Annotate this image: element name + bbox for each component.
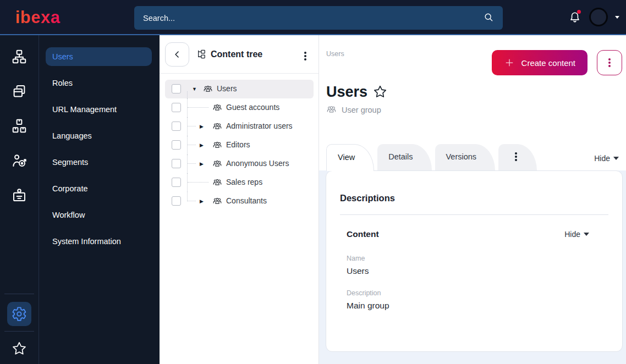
avatar[interactable] [589, 8, 608, 26]
tree-row[interactable]: ▼ Users [165, 80, 314, 98]
tree-row-checkbox[interactable] [172, 122, 181, 131]
tab[interactable]: Details [377, 144, 431, 170]
search-icon[interactable] [483, 12, 494, 25]
products-icon[interactable] [11, 118, 28, 134]
content-tree-icon [196, 49, 206, 59]
user-group-icon [203, 84, 213, 94]
badge-icon[interactable] [11, 187, 28, 203]
user-group-icon [326, 104, 337, 115]
sidebar-item-label: Segments [52, 158, 88, 167]
pages-icon[interactable] [11, 83, 28, 100]
content-tree-header: Content tree [160, 35, 319, 74]
sidebar-item[interactable]: Roles [46, 74, 152, 92]
tab-label: Details [388, 152, 413, 161]
tree-row[interactable]: Sales reps [165, 173, 314, 192]
content-structure-icon[interactable] [11, 48, 28, 65]
tree-row[interactable]: ▶ Editors [165, 136, 314, 155]
user-group-icon [212, 159, 222, 169]
create-content-button[interactable]: Create content [492, 50, 587, 75]
tree-expand-caret[interactable]: ▶ [200, 198, 204, 205]
top-bar: ibexa [0, 0, 626, 35]
main-header: Users Create content Users User group [319, 35, 626, 142]
user-group-icon [212, 196, 222, 206]
caret-down-icon [613, 157, 619, 160]
tree-connector-line [188, 182, 208, 183]
hide-tabs-toggle[interactable]: Hide [594, 154, 619, 170]
kebab-menu-icon [608, 62, 611, 64]
user-group-icon [212, 122, 222, 131]
tree-connector-line [188, 126, 196, 126]
field-value: Users [347, 266, 589, 276]
sidebar-item[interactable]: Users [46, 47, 152, 66]
main-content: Users Create content Users User group [319, 35, 626, 364]
sidebar-item[interactable]: Workflow [46, 206, 152, 224]
tree-row[interactable]: Guest accounts [165, 98, 314, 117]
admin-sidebar: Users Roles URL Management Languages Seg… [39, 35, 160, 364]
tree-row-checkbox[interactable] [172, 103, 181, 112]
title-row: Users [326, 84, 626, 100]
tree-connector-line [187, 91, 188, 98]
tree-row[interactable]: ▶ Anonymous Users [165, 155, 314, 173]
tree-kebab-menu-icon[interactable] [301, 46, 310, 63]
rail-bottom-section [0, 294, 39, 364]
user-group-icon [212, 103, 222, 113]
collapse-tree-button[interactable] [165, 42, 189, 67]
tree-connector-line [188, 145, 196, 145]
admin-gear-icon[interactable] [7, 302, 31, 326]
field-value: Main group [347, 301, 589, 311]
content-section: Content Hide Name Users [340, 215, 608, 311]
hide-content-toggle[interactable]: Hide [564, 230, 589, 239]
bookmarks-star-icon[interactable] [12, 341, 27, 356]
tree-connector-line [188, 201, 196, 201]
content-type-row: User group [326, 104, 626, 115]
sidebar-item[interactable]: Languages [46, 126, 152, 145]
tab[interactable]: Versions [435, 144, 496, 170]
tree-expand-caret[interactable]: ▶ [200, 161, 204, 167]
tree-row[interactable]: ▶ Administrator users [165, 117, 314, 136]
tree-row-label[interactable]: Guest accounts [226, 103, 279, 112]
tree-row-checkbox[interactable] [172, 84, 181, 93]
tree-row-label[interactable]: Consultants [226, 196, 267, 205]
tree-row-checkbox[interactable] [172, 159, 181, 168]
notification-dot [577, 10, 581, 14]
sidebar-item-label: Users [52, 52, 73, 61]
tree-row-label[interactable]: Sales reps [226, 178, 262, 186]
sidebar-item-label: System Information [52, 237, 121, 246]
plus-icon [504, 57, 515, 68]
more-actions-button[interactable] [597, 50, 622, 75]
sidebar-item-label: Languages [52, 131, 92, 140]
tree-row-label[interactable]: Users [217, 84, 237, 93]
tab[interactable]: View [326, 144, 374, 171]
tree-row-label[interactable]: Administrator users [226, 122, 293, 130]
favorite-star-icon[interactable] [373, 85, 387, 99]
tab[interactable] [498, 144, 537, 170]
global-search[interactable] [134, 6, 503, 30]
tree-row-label[interactable]: Editors [226, 140, 250, 149]
sidebar-item[interactable]: System Information [46, 232, 152, 251]
search-input[interactable] [143, 14, 483, 23]
tree-expand-caret[interactable]: ▶ [200, 123, 204, 130]
topbar-right-cluster [568, 0, 619, 34]
view-tab-card: Descriptions Content Hide N [326, 170, 623, 352]
sidebar-item[interactable]: Segments [46, 153, 152, 172]
tree-row[interactable]: ▶ Consultants [165, 192, 314, 211]
sidebar-item-label: Corporate [52, 184, 87, 193]
sidebar-item-label: URL Management [52, 105, 117, 114]
customers-icon[interactable] [11, 152, 28, 169]
sidebar-item[interactable]: URL Management [46, 100, 152, 119]
header-actions: Create content [492, 50, 622, 75]
tab-kebab-menu-icon [515, 156, 517, 158]
tree-row-checkbox[interactable] [172, 178, 181, 187]
tree-row-checkbox[interactable] [172, 140, 181, 150]
sidebar-item[interactable]: Corporate [46, 179, 152, 198]
content-tree-rows: ▼ Users Guest accounts [160, 74, 319, 211]
tree-row-checkbox[interactable] [172, 196, 181, 206]
tree-connector-line [187, 98, 188, 117]
tree-expand-caret[interactable]: ▶ [200, 142, 204, 148]
tree-expand-caret[interactable]: ▼ [192, 86, 197, 92]
field-label: Description [347, 289, 589, 297]
sidebar-item-label: Roles [52, 79, 73, 87]
tree-row-label[interactable]: Anonymous Users [226, 159, 289, 168]
bell-icon[interactable] [568, 10, 582, 24]
profile-caret-down-icon[interactable] [615, 16, 619, 19]
